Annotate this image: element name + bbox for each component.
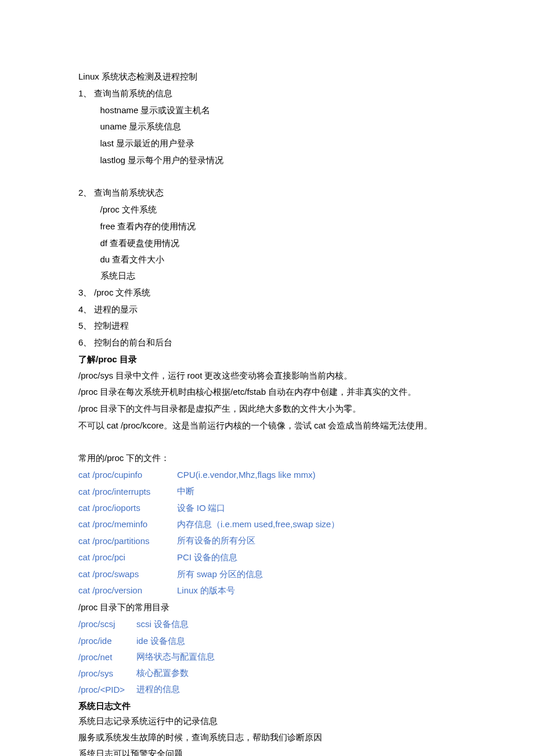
proc-command: cat /proc/meminfo (78, 516, 177, 533)
heading-syslog: 系统日志文件 (78, 698, 456, 714)
list-item: 2、 查询当前系统状态 (78, 185, 456, 201)
table-row: cat /proc/swaps所有 swap 分区的信息 (78, 566, 456, 583)
table-row: /proc/ideide 设备信息 (78, 633, 456, 650)
paragraph: 不可以 cat /proc/kcore。这是当前运行内核的一个镜像，尝试 cat… (78, 417, 456, 434)
list-item: 3、 /proc 文件系统 (78, 285, 456, 301)
paragraph: /proc 目录下的文件与目录都是虚拟产生，因此绝大多数的文件大小为零。 (78, 401, 456, 417)
proc-command: cat /proc/cupinfo (78, 467, 177, 484)
proc-dir-path: /proc/ide (78, 633, 136, 650)
proc-description: 中断 (177, 484, 194, 500)
table-row: cat /proc/cupinfoCPU(i.e.vendor,Mhz,flag… (78, 467, 456, 484)
table-row: cat /proc/meminfo内存信息（i.e.mem used,free,… (78, 516, 456, 533)
proc-command: cat /proc/pci (78, 549, 177, 566)
paragraph: 系统日志记录系统运行中的记录信息 (78, 714, 456, 730)
paragraph: /proc/sys 目录中文件，运行 root 更改这些变动将会直接影响当前内核… (78, 368, 456, 384)
table-row: cat /proc/versionLinux 的版本号 (78, 582, 456, 599)
table-row: /proc/net网络状态与配置信息 (78, 649, 456, 665)
table-row: /proc/<PID>进程的信息 (78, 682, 456, 698)
table-row: cat /proc/interrupts中断 (78, 484, 456, 500)
proc-dir-description: 核心配置参数 (136, 665, 189, 682)
syslog-lines: 系统日志记录系统运行中的记录信息服务或系统发生故障的时候，查询系统日志，帮助我们… (78, 714, 456, 756)
proc-dir-path: /proc/net (78, 649, 136, 665)
proc-dir-description: ide 设备信息 (136, 633, 185, 650)
proc-description: Linux 的版本号 (177, 582, 235, 599)
list-sub-item: last 显示最近的用户登录 (78, 135, 456, 152)
proc-dir-description: scsi 设备信息 (136, 616, 189, 633)
list-item: 6、 控制台的前台和后台 (78, 334, 456, 351)
proc-command: cat /proc/version (78, 582, 177, 599)
proc-description: CPU(i.e.vendor,Mhz,flags like mmx) (177, 467, 315, 484)
proc-command: cat /proc/swaps (78, 566, 177, 583)
common-dirs-label: /proc 目录下的常用目录 (78, 599, 456, 616)
list-sub-item: /proc 文件系统 (78, 201, 456, 218)
table-row: /proc/scsjscsi 设备信息 (78, 616, 456, 633)
table-row: cat /proc/pciPCI 设备的信息 (78, 549, 456, 566)
document-body: Linux 系统状态检测及进程控制 1、 查询当前系统的信息hostname 显… (78, 69, 456, 756)
proc-dir-description: 进程的信息 (136, 682, 180, 698)
proc-dir-path: /proc/sys (78, 665, 136, 682)
list-sub-item: free 查看内存的使用情况 (78, 218, 456, 235)
page-title: Linux 系统状态检测及进程控制 (78, 69, 456, 85)
proc-command: cat /proc/ioports (78, 500, 177, 517)
proc-description: 设备 IO 端口 (177, 500, 225, 517)
paragraph: /proc 目录在每次系统开机时由核心根据/etc/fstab 自动在内存中创建… (78, 384, 456, 401)
proc-command: cat /proc/interrupts (78, 484, 177, 500)
proc-command: cat /proc/partitions (78, 533, 177, 549)
list-item: 4、 进程的显示 (78, 301, 456, 318)
heading-proc-dir: 了解/proc 目录 (78, 351, 456, 368)
list-sub-item: hostname 显示或设置主机名 (78, 102, 456, 119)
list-item: 5、 控制进程 (78, 318, 456, 334)
table-row: /proc/sys核心配置参数 (78, 665, 456, 682)
proc-description: PCI 设备的信息 (177, 549, 237, 566)
list-sub-item: df 查看硬盘使用情况 (78, 235, 456, 252)
proc-notes: /proc/sys 目录中文件，运行 root 更改这些变动将会直接影响当前内核… (78, 368, 456, 434)
common-files-label: 常用的/proc 下的文件： (78, 450, 456, 467)
proc-files-table: cat /proc/cupinfoCPU(i.e.vendor,Mhz,flag… (78, 467, 456, 599)
proc-dir-path: /proc/scsj (78, 616, 136, 633)
proc-description: 所有 swap 分区的信息 (177, 566, 263, 583)
list-sub-item: uname 显示系统信息 (78, 118, 456, 135)
outline-list: 1、 查询当前系统的信息hostname 显示或设置主机名uname 显示系统信… (78, 85, 456, 351)
paragraph: 系统日志可以预警安全问题 (78, 746, 456, 756)
proc-dir-description: 网络状态与配置信息 (136, 649, 215, 665)
table-row: cat /proc/ioports设备 IO 端口 (78, 500, 456, 517)
list-sub-item: du 查看文件大小 (78, 251, 456, 268)
proc-description: 所有设备的所有分区 (177, 533, 255, 549)
proc-dirs-table: /proc/scsjscsi 设备信息/proc/ideide 设备信息/pro… (78, 616, 456, 698)
list-sub-item: lastlog 显示每个用户的登录情况 (78, 152, 456, 169)
proc-description: 内存信息（i.e.mem used,free,swap size） (177, 516, 340, 533)
list-item: 1、 查询当前系统的信息 (78, 85, 456, 102)
paragraph: 服务或系统发生故障的时候，查询系统日志，帮助我们诊断原因 (78, 730, 456, 746)
proc-dir-path: /proc/<PID> (78, 682, 136, 698)
list-sub-item: 系统日志 (78, 268, 456, 285)
table-row: cat /proc/partitions所有设备的所有分区 (78, 533, 456, 549)
